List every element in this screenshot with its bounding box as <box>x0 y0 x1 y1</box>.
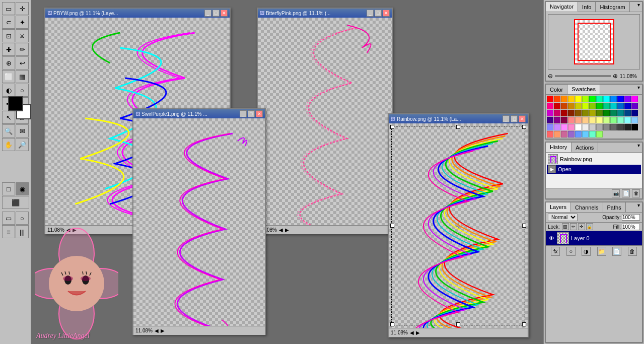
maximize-swirl[interactable]: □ <box>248 110 255 117</box>
tab-channels[interactable]: Channels <box>571 202 603 212</box>
new-layer-group-button[interactable]: 📁 <box>597 247 606 256</box>
close-rainbow[interactable]: ✕ <box>519 115 526 122</box>
nav-arrow-right-rainbow[interactable]: ▶ <box>416 330 420 335</box>
nav-arrow-left-swirl[interactable]: ◀ <box>155 328 159 333</box>
nav-arrow-left-rainbow[interactable]: ◀ <box>410 330 414 335</box>
swatch-item[interactable] <box>568 110 575 116</box>
delete-layer-button[interactable]: 🗑 <box>628 247 637 256</box>
new-layer-button[interactable]: 📄 <box>612 247 621 256</box>
swatch-item[interactable] <box>575 131 582 137</box>
swatch-item[interactable] <box>554 131 560 137</box>
minimize-butterfly[interactable]: _ <box>367 10 374 17</box>
zoom-slider[interactable] <box>555 75 611 77</box>
swatch-item[interactable] <box>575 117 582 123</box>
swatch-item[interactable] <box>624 103 631 109</box>
swatch-item[interactable] <box>582 103 589 109</box>
tab-info[interactable]: Info <box>578 2 596 12</box>
close-swirl[interactable]: ✕ <box>256 110 263 117</box>
titlebar-rainbow[interactable]: 🖼 Rainbow.png @ 11.1% (La... _ ◻ ✕ <box>389 114 528 123</box>
swatch-item[interactable] <box>624 110 631 116</box>
swatch-item[interactable] <box>568 131 575 137</box>
navigator-panel-collapse[interactable]: ▾ <box>635 2 642 12</box>
swatch-item[interactable] <box>596 117 603 123</box>
zoom-out-icon[interactable]: ⊖ <box>548 73 553 80</box>
gradient-tool[interactable]: ▦ <box>16 70 29 83</box>
swatch-item[interactable] <box>624 124 631 130</box>
swatch-item[interactable] <box>589 117 596 123</box>
row-select[interactable]: ≡ <box>2 225 15 238</box>
swatch-item[interactable] <box>547 96 553 102</box>
swatch-item[interactable] <box>596 124 603 130</box>
swatch-item[interactable] <box>554 96 560 102</box>
swatch-item[interactable] <box>617 96 624 102</box>
swatch-item[interactable] <box>554 124 560 130</box>
eraser-tool[interactable]: ⬜ <box>2 70 15 83</box>
swatch-item[interactable] <box>568 96 575 102</box>
swatch-item[interactable] <box>547 117 553 123</box>
swatch-item[interactable] <box>610 103 617 109</box>
tab-history[interactable]: History <box>546 143 571 152</box>
swatch-item[interactable] <box>617 110 624 116</box>
zoom-in-icon[interactable]: ⊕ <box>613 73 618 80</box>
delete-history-button[interactable]: 🗑 <box>632 189 640 197</box>
swatch-item[interactable] <box>561 117 567 123</box>
fill-input[interactable] <box>622 224 640 230</box>
blend-mode-select[interactable]: Normal <box>548 214 578 221</box>
swatch-item[interactable] <box>575 103 582 109</box>
swatch-item[interactable] <box>631 96 638 102</box>
swatch-item[interactable] <box>617 103 624 109</box>
close-butterfly[interactable]: ✕ <box>383 10 390 17</box>
swatch-item[interactable] <box>589 110 596 116</box>
magic-wand-tool[interactable]: ✦ <box>16 16 29 29</box>
history-panel-collapse[interactable]: ▾ <box>635 143 642 152</box>
tab-actions[interactable]: Actions <box>571 143 598 152</box>
swatch-item[interactable] <box>589 131 596 137</box>
eyedropper-tool[interactable]: 🔍 <box>2 124 15 137</box>
swatch-item[interactable] <box>582 117 589 123</box>
notes-tool[interactable]: ✉ <box>16 124 29 137</box>
swatch-item[interactable] <box>631 110 638 116</box>
swatch-item[interactable] <box>547 131 553 137</box>
quick-mask-standard-mode[interactable]: □ <box>2 182 15 195</box>
minimize-swirl[interactable]: _ <box>240 110 247 117</box>
swatch-item[interactable] <box>561 131 567 137</box>
swatch-item[interactable] <box>603 110 610 116</box>
swatch-item[interactable] <box>596 96 603 102</box>
swatch-item[interactable] <box>582 96 589 102</box>
swatch-item[interactable] <box>582 124 589 130</box>
lock-image-icon[interactable]: ✏ <box>570 223 577 230</box>
titlebar-swirl[interactable]: 🖼 SwirlPurple1.png @ 11.1% ... _ □ ✕ <box>133 109 265 118</box>
swatch-item[interactable] <box>547 103 553 109</box>
swatch-item[interactable] <box>610 110 617 116</box>
swatch-item[interactable] <box>561 124 567 130</box>
lock-position-icon[interactable]: ✛ <box>578 223 585 230</box>
swatch-item[interactable] <box>603 117 610 123</box>
swatch-item[interactable] <box>596 131 603 137</box>
history-item-action[interactable]: ▶ Open <box>547 165 641 174</box>
tab-swatches[interactable]: Swatches <box>567 85 600 94</box>
layers-panel-collapse[interactable]: ▾ <box>635 202 642 212</box>
swatch-item[interactable] <box>575 110 582 116</box>
swatch-item[interactable] <box>624 96 631 102</box>
lasso-tool[interactable]: ⊂ <box>2 16 15 29</box>
clone-tool[interactable]: ⊕ <box>2 56 15 70</box>
rect-select[interactable]: ▭ <box>2 212 15 225</box>
nav-arrow-left-butterfly[interactable]: ◀ <box>279 227 283 233</box>
swatch-item[interactable] <box>582 110 589 116</box>
tab-color[interactable]: Color <box>546 85 567 94</box>
tab-paths[interactable]: Paths <box>603 202 626 212</box>
swatch-item[interactable] <box>617 124 624 130</box>
swatch-item[interactable] <box>631 103 638 109</box>
healing-tool[interactable]: ✚ <box>2 43 15 56</box>
col-select[interactable]: ||| <box>16 225 29 238</box>
minimize-rainbow[interactable]: _ <box>503 115 510 122</box>
swatch-item[interactable] <box>589 96 596 102</box>
titlebar-butterfly[interactable]: 🖼 BtterflyPink.png @ 11.1% (... _ □ ✕ <box>258 9 392 18</box>
swatch-item[interactable] <box>547 110 553 116</box>
swatch-item[interactable] <box>610 96 617 102</box>
swatch-item[interactable] <box>631 124 638 130</box>
new-fill-layer-button[interactable]: ◑ <box>582 247 591 256</box>
close-pbyw[interactable]: ✕ <box>221 10 228 17</box>
swatch-item[interactable] <box>554 103 560 109</box>
swatch-item[interactable] <box>561 103 567 109</box>
